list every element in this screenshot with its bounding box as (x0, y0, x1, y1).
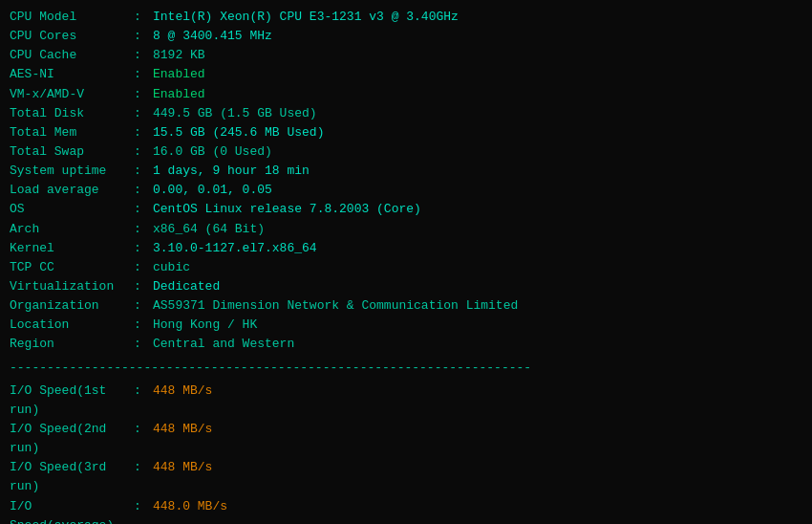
sysinfo-row: CPU Cores : 8 @ 3400.415 MHz (10, 27, 802, 46)
info-value: 1 days, 9 hour 18 min (153, 162, 310, 181)
info-value: cubic (153, 258, 190, 277)
info-value: CentOS Linux release 7.8.2003 (Core) (153, 200, 421, 219)
info-label: Total Swap (10, 142, 134, 162)
io-sep: : (134, 458, 153, 496)
io-value: 448 MB/s (153, 420, 212, 458)
info-value: Enabled (153, 85, 205, 104)
info-value: Dedicated (153, 277, 220, 296)
sysinfo-row: Total Swap : 16.0 GB (0 Used) (10, 142, 802, 162)
info-sep: : (134, 316, 153, 335)
info-value: 3.10.0-1127.el7.x86_64 (153, 239, 317, 258)
info-label: CPU Model (10, 8, 134, 27)
info-label: TCP CC (10, 258, 134, 277)
info-label: Virtualization (10, 277, 134, 296)
sysinfo-row: Total Mem : 15.5 GB (245.6 MB Used) (10, 123, 802, 142)
info-sep: : (134, 142, 153, 162)
info-sep: : (134, 296, 153, 316)
io-label: I/O Speed(average) (10, 497, 134, 524)
io-value: 448 MB/s (153, 382, 212, 420)
divider1: ----------------------------------------… (10, 359, 802, 378)
info-sep: : (134, 123, 153, 142)
sysinfo-row: Arch : x86_64 (64 Bit) (10, 220, 802, 239)
sysinfo-row: Location : Hong Kong / HK (10, 316, 802, 335)
io-sep: : (134, 497, 153, 524)
sysinfo-row: Virtualization : Dedicated (10, 277, 802, 296)
info-label: System uptime (10, 162, 134, 181)
info-label: Total Mem (10, 123, 134, 142)
io-value: 448.0 MB/s (153, 497, 227, 524)
sysinfo-row: Load average : 0.00, 0.01, 0.05 (10, 181, 802, 200)
sysinfo-row: CPU Cache : 8192 KB (10, 46, 802, 65)
info-label: AES-NI (10, 65, 134, 84)
io-label: I/O Speed(1st run) (10, 382, 134, 420)
info-sep: : (134, 239, 153, 258)
io-label: I/O Speed(2nd run) (10, 420, 134, 458)
sysinfo-row: Organization : AS59371 Dimension Network… (10, 296, 802, 316)
info-sep: : (134, 65, 153, 84)
io-sep: : (134, 420, 153, 458)
info-sep: : (134, 46, 153, 65)
io-sep: : (134, 382, 153, 420)
info-label: Total Disk (10, 104, 134, 123)
info-label: Organization (10, 296, 134, 316)
sysinfo-row: System uptime : 1 days, 9 hour 18 min (10, 162, 802, 181)
info-sep: : (134, 85, 153, 104)
info-value: x86_64 (64 Bit) (153, 220, 265, 239)
info-value: Enabled (153, 65, 205, 84)
info-label: Location (10, 316, 134, 335)
info-value: 8 @ 3400.415 MHz (153, 27, 272, 46)
info-label: VM-x/AMD-V (10, 85, 134, 104)
sysinfo-row: OS : CentOS Linux release 7.8.2003 (Core… (10, 200, 802, 219)
io-row: I/O Speed(average) : 448.0 MB/s (10, 497, 802, 524)
sysinfo-row: TCP CC : cubic (10, 258, 802, 277)
info-sep: : (134, 104, 153, 123)
io-row: I/O Speed(3rd run) : 448 MB/s (10, 458, 802, 496)
info-label: Region (10, 335, 134, 354)
info-sep: : (134, 335, 153, 354)
info-value: Central and Western (153, 335, 294, 354)
info-label: Load average (10, 181, 134, 200)
info-sep: : (134, 277, 153, 296)
io-speeds-section: I/O Speed(1st run) : 448 MB/sI/O Speed(2… (10, 382, 802, 524)
info-value: 0.00, 0.01, 0.05 (153, 181, 272, 200)
sysinfo-row: Region : Central and Western (10, 335, 802, 354)
sysinfo-row: AES-NI : Enabled (10, 65, 802, 84)
info-sep: : (134, 162, 153, 181)
info-label: CPU Cores (10, 27, 134, 46)
io-label: I/O Speed(3rd run) (10, 458, 134, 496)
info-label: Arch (10, 220, 134, 239)
info-label: CPU Cache (10, 46, 134, 65)
info-sep: : (134, 27, 153, 46)
info-value: 15.5 GB (245.6 MB Used) (153, 123, 324, 142)
info-label: Kernel (10, 239, 134, 258)
info-value: AS59371 Dimension Network & Communicatio… (153, 296, 518, 316)
sysinfo-row: Kernel : 3.10.0-1127.el7.x86_64 (10, 239, 802, 258)
sysinfo-section: CPU Model : Intel(R) Xeon(R) CPU E3-1231… (10, 8, 802, 355)
info-label: OS (10, 200, 134, 219)
io-row: I/O Speed(2nd run) : 448 MB/s (10, 420, 802, 458)
info-sep: : (134, 220, 153, 239)
sysinfo-row: CPU Model : Intel(R) Xeon(R) CPU E3-1231… (10, 8, 802, 27)
io-row: I/O Speed(1st run) : 448 MB/s (10, 382, 802, 420)
sysinfo-row: Total Disk : 449.5 GB (1.5 GB Used) (10, 104, 802, 123)
info-sep: : (134, 200, 153, 219)
sysinfo-row: VM-x/AMD-V : Enabled (10, 85, 802, 104)
info-value: 16.0 GB (0 Used) (153, 142, 272, 162)
info-value: Intel(R) Xeon(R) CPU E3-1231 v3 @ 3.40GH… (153, 8, 459, 27)
info-value: 8192 KB (153, 46, 205, 65)
info-value: Hong Kong / HK (153, 316, 257, 335)
info-sep: : (134, 258, 153, 277)
info-value: 449.5 GB (1.5 GB Used) (153, 104, 317, 123)
io-value: 448 MB/s (153, 458, 212, 496)
info-sep: : (134, 8, 153, 27)
info-sep: : (134, 181, 153, 200)
